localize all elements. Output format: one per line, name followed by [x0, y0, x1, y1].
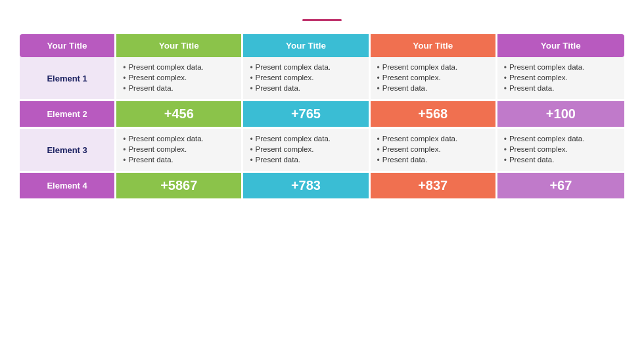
bullet-item: Present complex.: [250, 145, 361, 155]
bullet-item: Present complex data.: [250, 134, 361, 145]
bullet-item: Present complex.: [377, 73, 489, 83]
num-cell-1-3: +100: [497, 101, 624, 129]
bullet-item: Present complex data.: [123, 134, 235, 145]
num-cell-3-3: +67: [497, 173, 624, 200]
bullet-item: Present data.: [504, 83, 618, 94]
num-cell-1-2: +568: [371, 101, 497, 129]
bullet-item: Present data.: [377, 83, 489, 94]
header-row: Your Title Your Title Your Title Your Ti…: [20, 34, 624, 57]
row-2: Element 3Present complex data.Present co…: [20, 129, 624, 173]
text-cell-2-1: Present complex data.Present complex.Pre…: [243, 129, 370, 173]
num-cell-1-1: +765: [243, 101, 370, 129]
bullet-item: Present data.: [123, 155, 235, 166]
text-cell-2-3: Present complex data.Present complex.Pre…: [497, 129, 624, 173]
col-header-3: Your Title: [371, 34, 497, 57]
bullet-item: Present complex.: [377, 145, 489, 155]
element-label-3: Element 4: [20, 173, 116, 200]
bullet-item: Present complex.: [504, 73, 618, 83]
bullet-item: Present complex data.: [504, 62, 618, 73]
num-cell-1-0: +456: [116, 101, 243, 129]
num-cell-3-2: +837: [371, 173, 497, 200]
col-header-0: Your Title: [20, 34, 116, 57]
text-cell-0-2: Present complex data.Present complex.Pre…: [371, 57, 497, 101]
col-header-4: Your Title: [497, 34, 624, 57]
text-cell-2-0: Present complex data.Present complex.Pre…: [116, 129, 243, 173]
table-wrap: Your Title Your Title Your Title Your Ti…: [20, 34, 624, 350]
page: Your Title Your Title Your Title Your Ti…: [0, 0, 644, 362]
header: [302, 14, 342, 30]
bullet-item: Present complex data.: [377, 62, 489, 73]
bullet-item: Present complex data.: [504, 134, 618, 145]
text-cell-0-0: Present complex data.Present complex.Pre…: [116, 57, 243, 101]
row-0: Element 1Present complex data.Present co…: [20, 57, 624, 101]
bullet-item: Present data.: [504, 155, 618, 166]
element-label-2: Element 3: [20, 129, 116, 173]
bullet-item: Present complex data.: [377, 134, 489, 145]
row-3: Element 4+5867+783+837+67: [20, 173, 624, 200]
bullet-item: Present data.: [250, 83, 361, 94]
bullet-item: Present complex.: [250, 73, 361, 83]
bullet-item: Present complex.: [123, 73, 235, 83]
element-label-1: Element 2: [20, 101, 116, 129]
bullet-item: Present complex.: [123, 145, 235, 155]
bullet-item: Present data.: [250, 155, 361, 166]
text-cell-0-1: Present complex data.Present complex.Pre…: [243, 57, 370, 101]
col-header-1: Your Title: [116, 34, 243, 57]
bullet-item: Present data.: [377, 155, 489, 166]
bullet-item: Present complex data.: [250, 62, 361, 73]
bullet-item: Present data.: [123, 83, 235, 94]
element-label-0: Element 1: [20, 57, 116, 101]
row-1: Element 2+456+765+568+100: [20, 101, 624, 129]
infographic-table: Your Title Your Title Your Title Your Ti…: [20, 34, 624, 200]
text-cell-2-2: Present complex data.Present complex.Pre…: [371, 129, 497, 173]
bullet-item: Present complex data.: [123, 62, 235, 73]
divider: [302, 19, 342, 21]
bullet-item: Present complex.: [504, 145, 618, 155]
col-header-2: Your Title: [243, 34, 370, 57]
text-cell-0-3: Present complex data.Present complex.Pre…: [497, 57, 624, 101]
num-cell-3-0: +5867: [116, 173, 243, 200]
num-cell-3-1: +783: [243, 173, 370, 200]
